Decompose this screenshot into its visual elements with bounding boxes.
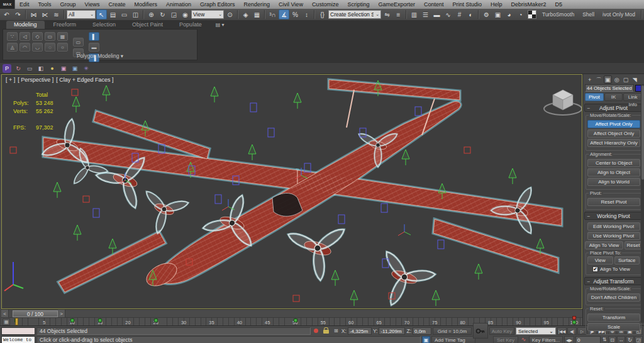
view-button[interactable]: View (587, 256, 613, 264)
turbosmooth-button[interactable]: TurboSmooth (538, 11, 578, 18)
populate-p-icon[interactable]: P (3, 64, 11, 73)
ribbon-tab-selection[interactable]: Selection (85, 21, 123, 29)
menu-graph-editors[interactable]: Graph Editors (196, 0, 240, 9)
poly-icon-right-1[interactable]: ▬ (89, 43, 99, 52)
select-and-link-icon[interactable]: ⋈ (28, 9, 39, 19)
affect-object-only-button[interactable]: Affect Object Only (587, 129, 640, 138)
x-coordinate-field[interactable]: -4,325m (348, 327, 372, 335)
use-pivot-point-center-icon[interactable]: ⊙ (225, 9, 235, 19)
new-key-default-in-tangent-icon[interactable]: ∿ (519, 336, 528, 343)
key-filters-button[interactable]: Key Filters... (529, 336, 563, 343)
menu-debrismaker2[interactable]: DebrisMaker2 (507, 0, 551, 9)
frame-spinner[interactable]: ⇅ (602, 336, 607, 343)
menu-views[interactable]: Views (80, 0, 104, 9)
motion-tab-icon[interactable]: ◎ (613, 75, 621, 84)
robot-blue-icon[interactable]: ▣ (70, 64, 79, 73)
curve-editor-icon[interactable]: ∿ (443, 9, 453, 19)
current-frame-field[interactable]: 0 (575, 336, 601, 343)
reset-button[interactable]: Reset (625, 241, 642, 249)
robot-pink-icon[interactable]: ▣ (59, 64, 68, 73)
keyframe-15[interactable] (98, 318, 102, 322)
select-and-move-icon[interactable]: ⊕ (146, 9, 157, 19)
shell-button[interactable]: Shell (579, 11, 598, 18)
select-and-scale-icon[interactable]: ◲ (169, 9, 179, 19)
dont-affect-children-button[interactable]: Don't Affect Children (587, 293, 640, 302)
menu-scripting[interactable]: Scripting (343, 0, 374, 9)
select-by-name-icon[interactable]: ▤ (108, 9, 118, 19)
lock-icon[interactable] (323, 330, 329, 334)
tab-pivot[interactable]: Pivot (585, 93, 604, 101)
render-setup-icon[interactable]: ⚙ (481, 9, 492, 19)
maximize-viewport-icon[interactable]: ◲ (635, 336, 643, 343)
poly-icon-top-2[interactable]: ◇ (32, 32, 43, 41)
add-time-tag-button[interactable]: Add Time Tag (431, 336, 475, 343)
isolate-selection-icon[interactable]: ▣ (422, 336, 430, 343)
time-slider-handle[interactable]: 0 / 100 (13, 310, 58, 317)
rollout-adjust-pivot[interactable]: − Adjust Pivot (584, 104, 643, 112)
ribbon-config-icon[interactable]: ▤ ▾ (216, 21, 225, 29)
time-slider-right-arrow[interactable]: > (58, 310, 65, 318)
undo-icon[interactable]: ↶ (1, 9, 12, 19)
hierarchy-tab-icon[interactable]: ▣ (604, 75, 612, 84)
y-coordinate-field[interactable]: -11,209m (379, 327, 405, 335)
poly-icon-right-0[interactable]: ▌ (89, 32, 99, 41)
open-mini-curve-editor-icon[interactable]: ▦ (3, 318, 10, 325)
menu-gameexporter[interactable]: GameExporter (374, 0, 419, 9)
previous-frame-button[interactable]: ◀| (567, 327, 577, 335)
maxscript-mini-listener[interactable]: Welcome to M (1, 336, 35, 343)
named-selection-set-field[interactable]: Create Selection Se⌄ (328, 10, 381, 19)
go-to-start-button[interactable]: |◀◀ (557, 327, 567, 335)
menu-edit[interactable]: Edit (15, 0, 34, 9)
ribbon-tab-object-paint[interactable]: Object Paint (125, 21, 170, 29)
affect-pivot-only-button[interactable]: Affect Pivot Only (587, 120, 640, 128)
set-keys-button[interactable] (473, 323, 488, 339)
rollout-working-pivot[interactable]: − Working Pivot (584, 212, 643, 220)
render-production-icon[interactable]: ◕ (504, 9, 514, 19)
time-slider-caret[interactable] (15, 318, 18, 325)
menu-rendering[interactable]: Rendering (240, 0, 275, 9)
track-bar[interactable]: ▦ 51015202530354045505560657075808590951… (1, 317, 582, 325)
menu-create[interactable]: Create (104, 0, 130, 9)
object-name-field[interactable]: 44 Objects Selected (585, 84, 634, 92)
align-to-view-button[interactable]: Align To View (585, 241, 623, 249)
tab-ik[interactable]: IK (604, 93, 623, 101)
menu-animation[interactable]: Animation (162, 0, 196, 9)
poly-icon-top-1[interactable]: ◁ (19, 32, 30, 41)
viewport-shading-label[interactable]: [ Clay + Edged Faces ] (56, 77, 113, 83)
percent-snap-icon[interactable]: % (290, 9, 301, 19)
edit-working-pivot-button[interactable]: Edit Working Pivot (587, 222, 640, 231)
zoom-region-icon[interactable]: ⊡ (608, 336, 616, 343)
menu-group[interactable]: Group (56, 0, 80, 9)
schematic-view-icon[interactable]: # (454, 9, 465, 19)
polygon-modeling-label[interactable]: Polygon Modeling ▾ (3, 52, 197, 60)
align-icon[interactable]: ≡ (393, 9, 404, 19)
set-key-button[interactable]: Set Key (493, 336, 518, 343)
spinner-snap-icon[interactable]: ↕ (301, 9, 312, 19)
light-bulb-icon[interactable]: ● (48, 64, 57, 73)
maxscript-mini-listener-pink[interactable] (1, 327, 35, 335)
window-crossing-icon[interactable]: ◫ (130, 9, 141, 19)
viewport-pov-label[interactable]: [ Perspective ] (18, 77, 53, 83)
checker-map-icon[interactable] (528, 10, 536, 19)
align-to-object-button[interactable]: Align to Object (587, 168, 640, 177)
menu-tools[interactable]: Tools (34, 0, 56, 9)
selection-lock-pin-icon[interactable] (314, 329, 318, 333)
pivot-only-mode-button[interactable]: ivot Only Mod (599, 11, 639, 18)
time-slider-left-arrow[interactable]: < (1, 310, 9, 318)
auto-key-button[interactable]: Auto Key (489, 327, 514, 335)
rendered-frame-window-icon[interactable]: ▣ (492, 9, 503, 19)
end-keyframe-100[interactable] (572, 316, 576, 320)
menu-d5[interactable]: D5 (551, 0, 567, 9)
camera-add-icon[interactable]: ◧ (36, 64, 45, 73)
poly-icon-mid-0[interactable]: ▭ (73, 38, 84, 46)
scale-reset-button[interactable]: Scale (587, 323, 640, 331)
selection-filter-dropdown[interactable]: All⌄ (67, 10, 96, 19)
keyboard-shortcut-override-icon[interactable]: ▦ (252, 9, 262, 19)
reset-pivot-button[interactable]: Reset Pivot (587, 198, 640, 206)
ribbon-tab-freeform[interactable]: Freeform (46, 21, 84, 29)
poly-icon-top-3[interactable]: ▭ (45, 32, 55, 41)
menu-help[interactable]: Help (486, 0, 507, 9)
align-to-world-button[interactable]: Align to World (587, 178, 640, 186)
absolute-mode-transform-icon[interactable]: ⊞ (332, 327, 340, 335)
modify-tab-icon[interactable]: ⌒ (594, 75, 602, 84)
